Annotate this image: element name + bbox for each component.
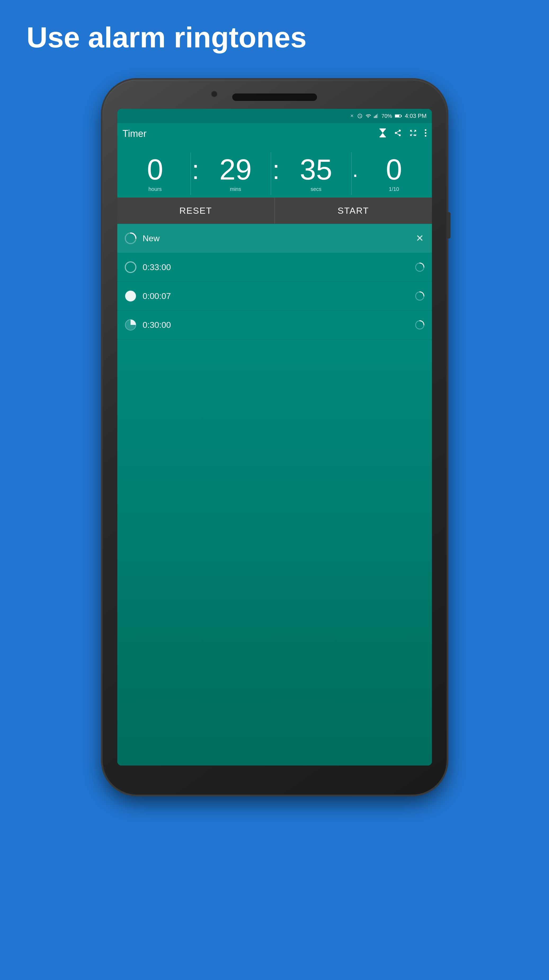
svg-rect-0: [374, 116, 374, 118]
battery-indicator: 70%: [382, 113, 392, 119]
status-time: 4:03 PM: [405, 113, 426, 119]
colon-2: :: [271, 156, 281, 183]
item-refresh-icon[interactable]: [414, 261, 426, 273]
share-icon[interactable]: [394, 129, 402, 139]
tenth-segment[interactable]: 0 1/10: [359, 152, 429, 195]
list-item[interactable]: 0:30:00: [117, 310, 432, 339]
svg-point-13: [125, 262, 136, 272]
tenth-label: 1/10: [389, 186, 399, 192]
svg-point-10: [425, 132, 426, 134]
app-title-label: Timer: [123, 128, 379, 139]
bluetooth-icon: [349, 113, 355, 119]
hours-value: 0: [147, 155, 163, 184]
timer-list: New ✕ 0:33:00: [117, 224, 432, 765]
status-icons: 70%: [349, 113, 402, 119]
svg-rect-6: [401, 115, 402, 117]
status-bar: 70% 4:03 PM: [117, 109, 432, 123]
phone-side-button: [447, 212, 450, 239]
svg-point-9: [425, 129, 426, 131]
close-button[interactable]: ✕: [414, 232, 426, 244]
alarm-icon: [357, 113, 363, 119]
minutes-value: 29: [219, 155, 251, 184]
seconds-label: secs: [311, 186, 321, 192]
colon-1: :: [191, 156, 201, 183]
reset-button[interactable]: RESET: [117, 197, 275, 224]
battery-icon: [395, 113, 402, 119]
timer-segments: 0 hours : 29 mins : 35 secs . 0 1/10: [120, 152, 429, 195]
timer-display: 0 hours : 29 mins : 35 secs . 0 1/10: [117, 144, 432, 197]
list-item-label: 0:00:07: [143, 291, 414, 301]
wifi-icon: [365, 113, 371, 119]
phone-mockup: 70% 4:03 PM Timer: [102, 80, 447, 795]
signal-icon: [374, 113, 379, 119]
minutes-segment[interactable]: 29 mins: [200, 152, 271, 195]
timer-buttons: RESET START: [117, 197, 432, 224]
page-title: Use alarm ringtones: [0, 0, 549, 69]
svg-rect-2: [376, 115, 377, 118]
phone-speaker: [232, 94, 317, 101]
item-spinner-icon: [124, 231, 137, 245]
toolbar-icons: [379, 129, 426, 139]
start-button[interactable]: START: [275, 197, 432, 224]
close-icon: ✕: [416, 234, 424, 243]
list-item-label: 0:33:00: [143, 262, 414, 272]
phone-screen: 70% 4:03 PM Timer: [117, 109, 432, 765]
list-fade: [117, 339, 432, 765]
hourglass-icon[interactable]: [379, 129, 387, 139]
item-pie-small-icon: [124, 318, 137, 332]
svg-rect-3: [377, 114, 378, 118]
item-refresh-icon[interactable]: [414, 290, 426, 302]
seconds-value: 35: [300, 155, 332, 184]
list-item[interactable]: 0:00:07: [117, 282, 432, 310]
more-icon[interactable]: [425, 129, 426, 139]
svg-rect-5: [395, 115, 399, 117]
list-item-label: 0:30:00: [143, 320, 414, 330]
svg-rect-1: [375, 115, 376, 118]
svg-rect-8: [380, 136, 386, 137]
list-item[interactable]: New ✕: [117, 224, 432, 253]
item-circle-icon: [124, 260, 137, 274]
tenth-value: 0: [386, 155, 402, 184]
minutes-label: mins: [230, 186, 241, 192]
svg-rect-7: [380, 129, 386, 129]
dot-separator: .: [352, 159, 359, 180]
expand-icon[interactable]: [409, 129, 417, 139]
list-item[interactable]: 0:33:00: [117, 253, 432, 282]
svg-point-11: [425, 135, 426, 137]
item-pie-icon: [124, 289, 137, 303]
app-toolbar: Timer: [117, 123, 432, 144]
phone-camera: [211, 91, 217, 97]
list-item-label: New: [143, 234, 414, 243]
hours-segment[interactable]: 0 hours: [120, 152, 191, 195]
item-refresh-icon[interactable]: [414, 319, 426, 331]
hours-label: hours: [149, 186, 162, 192]
seconds-segment[interactable]: 35 secs: [281, 152, 352, 195]
